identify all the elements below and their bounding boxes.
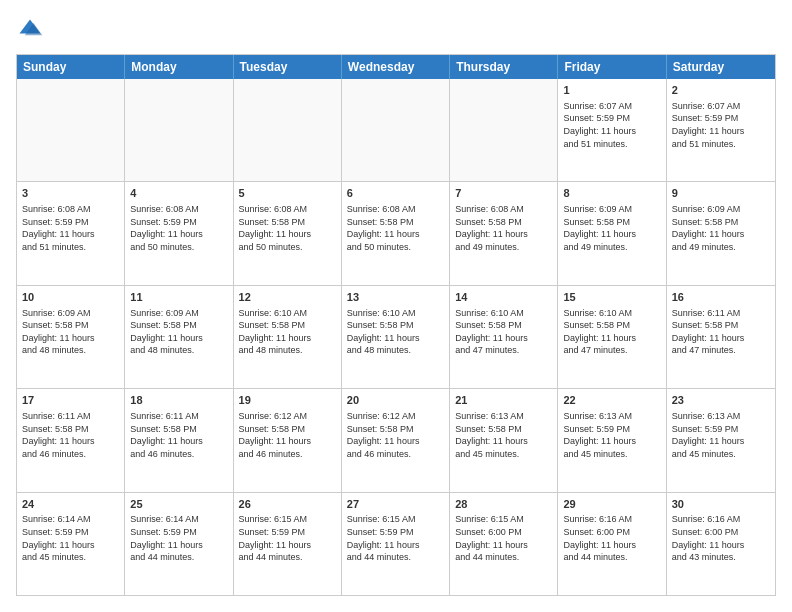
empty-cell xyxy=(342,79,450,181)
day-info: Sunrise: 6:11 AM Sunset: 5:58 PM Dayligh… xyxy=(672,307,770,357)
day-info: Sunrise: 6:07 AM Sunset: 5:59 PM Dayligh… xyxy=(563,100,660,150)
day-10: 10Sunrise: 6:09 AM Sunset: 5:58 PM Dayli… xyxy=(17,286,125,388)
day-info: Sunrise: 6:14 AM Sunset: 5:59 PM Dayligh… xyxy=(22,513,119,563)
day-info: Sunrise: 6:11 AM Sunset: 5:58 PM Dayligh… xyxy=(22,410,119,460)
header-day-friday: Friday xyxy=(558,55,666,79)
header-day-saturday: Saturday xyxy=(667,55,775,79)
day-number: 17 xyxy=(22,393,119,408)
day-1: 1Sunrise: 6:07 AM Sunset: 5:59 PM Daylig… xyxy=(558,79,666,181)
day-info: Sunrise: 6:08 AM Sunset: 5:58 PM Dayligh… xyxy=(239,203,336,253)
day-info: Sunrise: 6:10 AM Sunset: 5:58 PM Dayligh… xyxy=(563,307,660,357)
day-number: 26 xyxy=(239,497,336,512)
day-info: Sunrise: 6:10 AM Sunset: 5:58 PM Dayligh… xyxy=(455,307,552,357)
header-day-monday: Monday xyxy=(125,55,233,79)
day-number: 27 xyxy=(347,497,444,512)
day-number: 23 xyxy=(672,393,770,408)
day-number: 4 xyxy=(130,186,227,201)
day-number: 10 xyxy=(22,290,119,305)
day-number: 2 xyxy=(672,83,770,98)
day-29: 29Sunrise: 6:16 AM Sunset: 6:00 PM Dayli… xyxy=(558,493,666,595)
day-15: 15Sunrise: 6:10 AM Sunset: 5:58 PM Dayli… xyxy=(558,286,666,388)
day-info: Sunrise: 6:13 AM Sunset: 5:58 PM Dayligh… xyxy=(455,410,552,460)
day-22: 22Sunrise: 6:13 AM Sunset: 5:59 PM Dayli… xyxy=(558,389,666,491)
calendar: SundayMondayTuesdayWednesdayThursdayFrid… xyxy=(16,54,776,596)
day-info: Sunrise: 6:07 AM Sunset: 5:59 PM Dayligh… xyxy=(672,100,770,150)
day-11: 11Sunrise: 6:09 AM Sunset: 5:58 PM Dayli… xyxy=(125,286,233,388)
header-day-wednesday: Wednesday xyxy=(342,55,450,79)
day-2: 2Sunrise: 6:07 AM Sunset: 5:59 PM Daylig… xyxy=(667,79,775,181)
day-info: Sunrise: 6:15 AM Sunset: 5:59 PM Dayligh… xyxy=(239,513,336,563)
day-number: 19 xyxy=(239,393,336,408)
empty-cell xyxy=(125,79,233,181)
day-number: 21 xyxy=(455,393,552,408)
day-number: 11 xyxy=(130,290,227,305)
day-18: 18Sunrise: 6:11 AM Sunset: 5:58 PM Dayli… xyxy=(125,389,233,491)
calendar-row-2: 3Sunrise: 6:08 AM Sunset: 5:59 PM Daylig… xyxy=(17,181,775,284)
day-28: 28Sunrise: 6:15 AM Sunset: 6:00 PM Dayli… xyxy=(450,493,558,595)
empty-cell xyxy=(234,79,342,181)
day-number: 6 xyxy=(347,186,444,201)
day-number: 25 xyxy=(130,497,227,512)
empty-cell xyxy=(450,79,558,181)
day-30: 30Sunrise: 6:16 AM Sunset: 6:00 PM Dayli… xyxy=(667,493,775,595)
day-number: 13 xyxy=(347,290,444,305)
day-4: 4Sunrise: 6:08 AM Sunset: 5:59 PM Daylig… xyxy=(125,182,233,284)
day-number: 8 xyxy=(563,186,660,201)
day-info: Sunrise: 6:09 AM Sunset: 5:58 PM Dayligh… xyxy=(563,203,660,253)
day-number: 20 xyxy=(347,393,444,408)
day-number: 12 xyxy=(239,290,336,305)
day-14: 14Sunrise: 6:10 AM Sunset: 5:58 PM Dayli… xyxy=(450,286,558,388)
day-number: 3 xyxy=(22,186,119,201)
day-9: 9Sunrise: 6:09 AM Sunset: 5:58 PM Daylig… xyxy=(667,182,775,284)
day-info: Sunrise: 6:13 AM Sunset: 5:59 PM Dayligh… xyxy=(563,410,660,460)
day-info: Sunrise: 6:10 AM Sunset: 5:58 PM Dayligh… xyxy=(347,307,444,357)
day-3: 3Sunrise: 6:08 AM Sunset: 5:59 PM Daylig… xyxy=(17,182,125,284)
day-info: Sunrise: 6:16 AM Sunset: 6:00 PM Dayligh… xyxy=(563,513,660,563)
day-info: Sunrise: 6:08 AM Sunset: 5:58 PM Dayligh… xyxy=(347,203,444,253)
day-number: 15 xyxy=(563,290,660,305)
day-20: 20Sunrise: 6:12 AM Sunset: 5:58 PM Dayli… xyxy=(342,389,450,491)
day-info: Sunrise: 6:16 AM Sunset: 6:00 PM Dayligh… xyxy=(672,513,770,563)
day-number: 5 xyxy=(239,186,336,201)
calendar-row-3: 10Sunrise: 6:09 AM Sunset: 5:58 PM Dayli… xyxy=(17,285,775,388)
calendar-row-5: 24Sunrise: 6:14 AM Sunset: 5:59 PM Dayli… xyxy=(17,492,775,595)
calendar-body: 1Sunrise: 6:07 AM Sunset: 5:59 PM Daylig… xyxy=(17,79,775,595)
day-info: Sunrise: 6:14 AM Sunset: 5:59 PM Dayligh… xyxy=(130,513,227,563)
day-number: 30 xyxy=(672,497,770,512)
day-26: 26Sunrise: 6:15 AM Sunset: 5:59 PM Dayli… xyxy=(234,493,342,595)
day-info: Sunrise: 6:11 AM Sunset: 5:58 PM Dayligh… xyxy=(130,410,227,460)
day-info: Sunrise: 6:09 AM Sunset: 5:58 PM Dayligh… xyxy=(22,307,119,357)
day-19: 19Sunrise: 6:12 AM Sunset: 5:58 PM Dayli… xyxy=(234,389,342,491)
day-17: 17Sunrise: 6:11 AM Sunset: 5:58 PM Dayli… xyxy=(17,389,125,491)
day-info: Sunrise: 6:09 AM Sunset: 5:58 PM Dayligh… xyxy=(130,307,227,357)
day-13: 13Sunrise: 6:10 AM Sunset: 5:58 PM Dayli… xyxy=(342,286,450,388)
day-7: 7Sunrise: 6:08 AM Sunset: 5:58 PM Daylig… xyxy=(450,182,558,284)
day-16: 16Sunrise: 6:11 AM Sunset: 5:58 PM Dayli… xyxy=(667,286,775,388)
day-info: Sunrise: 6:12 AM Sunset: 5:58 PM Dayligh… xyxy=(347,410,444,460)
day-number: 16 xyxy=(672,290,770,305)
day-info: Sunrise: 6:10 AM Sunset: 5:58 PM Dayligh… xyxy=(239,307,336,357)
day-number: 7 xyxy=(455,186,552,201)
calendar-row-1: 1Sunrise: 6:07 AM Sunset: 5:59 PM Daylig… xyxy=(17,79,775,181)
header-day-sunday: Sunday xyxy=(17,55,125,79)
logo xyxy=(16,16,48,44)
day-number: 28 xyxy=(455,497,552,512)
day-number: 9 xyxy=(672,186,770,201)
day-12: 12Sunrise: 6:10 AM Sunset: 5:58 PM Dayli… xyxy=(234,286,342,388)
day-number: 14 xyxy=(455,290,552,305)
day-number: 24 xyxy=(22,497,119,512)
day-info: Sunrise: 6:08 AM Sunset: 5:59 PM Dayligh… xyxy=(130,203,227,253)
logo-icon xyxy=(16,16,44,44)
day-24: 24Sunrise: 6:14 AM Sunset: 5:59 PM Dayli… xyxy=(17,493,125,595)
header-day-tuesday: Tuesday xyxy=(234,55,342,79)
empty-cell xyxy=(17,79,125,181)
day-info: Sunrise: 6:08 AM Sunset: 5:59 PM Dayligh… xyxy=(22,203,119,253)
calendar-header: SundayMondayTuesdayWednesdayThursdayFrid… xyxy=(17,55,775,79)
day-number: 29 xyxy=(563,497,660,512)
day-info: Sunrise: 6:08 AM Sunset: 5:58 PM Dayligh… xyxy=(455,203,552,253)
day-info: Sunrise: 6:12 AM Sunset: 5:58 PM Dayligh… xyxy=(239,410,336,460)
header xyxy=(16,16,776,44)
calendar-row-4: 17Sunrise: 6:11 AM Sunset: 5:58 PM Dayli… xyxy=(17,388,775,491)
page: SundayMondayTuesdayWednesdayThursdayFrid… xyxy=(0,0,792,612)
day-info: Sunrise: 6:15 AM Sunset: 6:00 PM Dayligh… xyxy=(455,513,552,563)
